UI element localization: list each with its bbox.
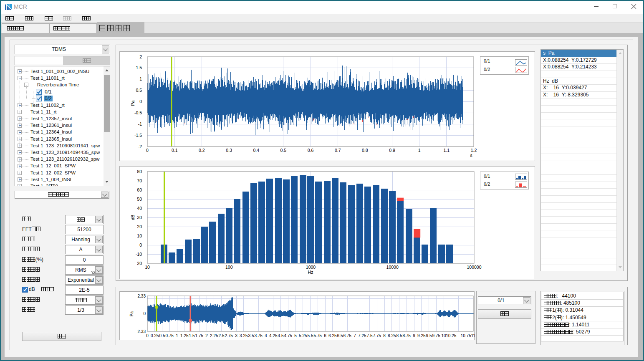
- svg-text:5.75: 5.75: [313, 333, 322, 338]
- svg-text:0.7: 0.7: [335, 148, 341, 153]
- svg-text:7.25: 7.25: [358, 333, 366, 338]
- svg-text:1.1: 1.1: [443, 148, 450, 153]
- svg-text:2.25: 2.25: [210, 333, 218, 338]
- svg-text:0.75: 0.75: [165, 333, 174, 338]
- svg-text:dB: dB: [130, 215, 135, 220]
- svg-text:6.5: 6.5: [337, 333, 343, 338]
- svg-text:Pa: Pa: [130, 100, 135, 106]
- svg-text:-1: -1: [138, 121, 142, 126]
- svg-text:5.25: 5.25: [299, 333, 307, 338]
- svg-text:0: 0: [146, 148, 149, 153]
- svg-text:4.5: 4.5: [278, 333, 284, 338]
- svg-text:0.6: 0.6: [308, 148, 314, 153]
- svg-text:8: 8: [383, 333, 386, 338]
- svg-text:7.5: 7.5: [367, 333, 373, 338]
- svg-text:9.5: 9.5: [426, 333, 432, 338]
- svg-text:8.25: 8.25: [388, 333, 396, 338]
- svg-text:0.8: 0.8: [362, 148, 368, 153]
- svg-text:Hz: Hz: [308, 270, 313, 275]
- svg-text:-0.5: -0.5: [134, 110, 142, 115]
- svg-text:0.4: 0.4: [253, 148, 259, 153]
- svg-text:5.5: 5.5: [308, 333, 313, 338]
- svg-text:0: 0: [143, 311, 146, 316]
- svg-text:2: 2: [139, 54, 142, 59]
- svg-text:2.75: 2.75: [225, 333, 233, 338]
- svg-text:0: 0: [139, 242, 142, 247]
- svg-text:9.25: 9.25: [417, 333, 426, 338]
- svg-text:0.5: 0.5: [280, 148, 286, 153]
- svg-text:1.5: 1.5: [136, 65, 142, 70]
- svg-text:2: 2: [205, 333, 208, 338]
- svg-text:0.5: 0.5: [159, 333, 165, 338]
- svg-text:-1.5: -1.5: [134, 133, 142, 138]
- svg-text:7.75: 7.75: [373, 333, 381, 338]
- svg-text:1.25: 1.25: [180, 333, 189, 338]
- svg-text:6.25: 6.25: [328, 333, 337, 338]
- svg-text:70: 70: [137, 178, 142, 183]
- svg-text:10.25: 10.25: [446, 333, 456, 338]
- svg-text:9.75: 9.75: [432, 333, 440, 338]
- svg-text:60: 60: [137, 187, 142, 192]
- svg-text:1: 1: [176, 333, 178, 338]
- svg-text:4.25: 4.25: [269, 333, 278, 338]
- svg-text:3.5: 3.5: [248, 333, 254, 338]
- svg-text:0: 0: [139, 99, 142, 104]
- svg-text:10.75: 10.75: [461, 333, 471, 338]
- svg-text:50: 50: [137, 197, 142, 202]
- svg-text:-2: -2: [138, 144, 142, 149]
- svg-text:4: 4: [265, 333, 267, 338]
- svg-text:40: 40: [137, 206, 142, 211]
- svg-text:0.1: 0.1: [172, 148, 178, 153]
- svg-text:100: 100: [225, 265, 233, 270]
- svg-text:3.75: 3.75: [254, 333, 263, 338]
- svg-text:2.5: 2.5: [219, 333, 225, 338]
- svg-text:Pa: Pa: [129, 311, 134, 316]
- svg-text:0: 0: [146, 333, 149, 338]
- svg-text:1: 1: [418, 148, 421, 153]
- svg-text:3.25: 3.25: [240, 333, 248, 338]
- svg-text:9: 9: [413, 333, 415, 338]
- svg-text:10: 10: [137, 233, 142, 238]
- svg-text:2.33: 2.33: [138, 294, 146, 298]
- svg-text:10000: 10000: [386, 265, 399, 270]
- svg-text:0.25: 0.25: [151, 333, 159, 338]
- svg-text:10: 10: [145, 265, 150, 270]
- svg-text:0.5: 0.5: [136, 88, 142, 93]
- svg-text:-2.33: -2.33: [136, 329, 146, 334]
- svg-text:s: s: [470, 153, 472, 158]
- svg-text:20: 20: [137, 224, 142, 229]
- svg-text:1.2: 1.2: [471, 148, 477, 153]
- svg-text:0.3: 0.3: [226, 148, 232, 153]
- svg-text:6.75: 6.75: [343, 333, 351, 338]
- svg-text:1: 1: [139, 76, 142, 81]
- svg-text:3: 3: [235, 333, 237, 338]
- svg-text:5: 5: [294, 333, 297, 338]
- svg-text:8.75: 8.75: [402, 333, 411, 338]
- svg-text:6: 6: [324, 333, 326, 338]
- svg-text:0.2: 0.2: [199, 148, 205, 153]
- svg-text:-20: -20: [136, 261, 142, 266]
- svg-text:1.75: 1.75: [195, 333, 203, 338]
- svg-text:4.75: 4.75: [284, 333, 292, 338]
- svg-text:30: 30: [137, 215, 142, 220]
- svg-text:7: 7: [354, 333, 356, 338]
- svg-text:1.5: 1.5: [189, 333, 195, 338]
- svg-text:10: 10: [441, 333, 446, 338]
- svg-text:11: 11: [471, 333, 475, 338]
- svg-text:1000: 1000: [306, 265, 316, 270]
- svg-text:8.5: 8.5: [397, 333, 402, 338]
- svg-text:80: 80: [137, 169, 142, 174]
- svg-text:-10: -10: [136, 252, 142, 257]
- svg-text:100000: 100000: [467, 265, 481, 270]
- svg-text:0.9: 0.9: [389, 148, 395, 153]
